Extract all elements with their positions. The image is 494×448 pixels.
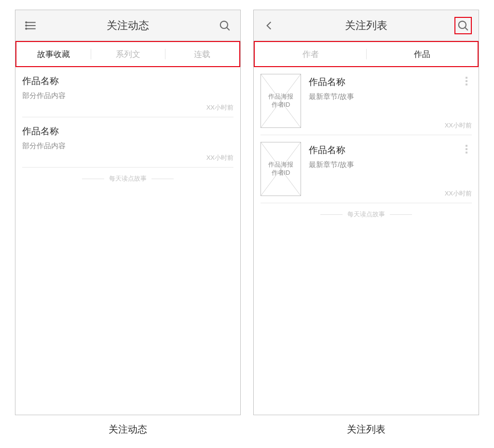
end-tagline: 每天读点故事 xyxy=(261,203,472,225)
list-item[interactable]: 作品名称 部分作品内容 XX小时前 xyxy=(22,67,233,117)
svg-point-8 xyxy=(459,21,466,28)
back-icon[interactable] xyxy=(261,17,278,34)
page-title: 关注动态 xyxy=(15,18,240,33)
svg-point-3 xyxy=(26,22,27,23)
svg-line-7 xyxy=(227,27,230,30)
tab-works[interactable]: 作品 xyxy=(366,42,478,66)
end-tagline: 每天读点故事 xyxy=(22,168,233,190)
more-icon[interactable] xyxy=(462,74,471,88)
item-title: 作品名称 xyxy=(309,144,467,156)
svg-point-6 xyxy=(220,21,228,28)
svg-point-5 xyxy=(26,28,27,29)
more-icon[interactable] xyxy=(462,142,471,156)
item-desc: 部分作品内容 xyxy=(22,141,233,151)
item-time: XX小时前 xyxy=(22,103,233,112)
works-list: 作品海报 作者ID 作品名称 最新章节/故事 XX小时前 作品海报 作者ID xyxy=(254,67,479,415)
tab-story-fav[interactable]: 故事收藏 xyxy=(16,42,91,66)
tab-series[interactable]: 系列文 xyxy=(91,42,165,66)
item-desc: 部分作品内容 xyxy=(22,91,233,100)
item-time: XX小时前 xyxy=(22,154,233,162)
svg-point-4 xyxy=(26,25,27,26)
header: 关注动态 xyxy=(15,10,240,41)
item-desc: 最新章节/故事 xyxy=(309,160,467,169)
tabs-bar: 故事收藏 系列文 连载 xyxy=(15,41,240,67)
poster-text: 作品海报 作者ID xyxy=(268,93,293,109)
item-title: 作品名称 xyxy=(309,76,467,88)
feed-list: 作品名称 部分作品内容 XX小时前 作品名称 部分作品内容 XX小时前 每天读点… xyxy=(15,67,240,415)
poster-placeholder: 作品海报 作者ID xyxy=(261,142,301,196)
tab-serial[interactable]: 连载 xyxy=(165,42,239,66)
header: 关注列表 xyxy=(254,10,479,41)
item-desc: 最新章节/故事 xyxy=(309,92,467,101)
tagline-text: 每天读点故事 xyxy=(347,210,385,219)
tab-author[interactable]: 作者 xyxy=(255,42,366,66)
svg-line-9 xyxy=(465,27,468,30)
phone-follow-feed: 关注动态 故事收藏 系列文 连载 作品名称 部分作品内容 XX小时前 作品名称 … xyxy=(15,10,241,415)
screen-caption: 关注动态 xyxy=(109,423,147,436)
item-title: 作品名称 xyxy=(22,125,233,138)
list-item[interactable]: 作品海报 作者ID 作品名称 最新章节/故事 XX小时前 xyxy=(261,67,472,135)
list-item[interactable]: 作品海报 作者ID 作品名称 最新章节/故事 XX小时前 xyxy=(261,135,472,203)
page-title: 关注列表 xyxy=(254,18,479,33)
list-item[interactable]: 作品名称 部分作品内容 XX小时前 xyxy=(22,117,233,168)
search-icon[interactable] xyxy=(454,17,472,34)
tabs-bar: 作者 作品 xyxy=(254,41,479,67)
item-time: XX小时前 xyxy=(445,121,472,130)
poster-placeholder: 作品海报 作者ID xyxy=(261,74,301,128)
tagline-text: 每天读点故事 xyxy=(109,174,147,183)
item-title: 作品名称 xyxy=(22,75,233,87)
search-icon[interactable] xyxy=(216,17,233,34)
phone-follow-list: 关注列表 作者 作品 作品海报 作者ID xyxy=(253,10,479,415)
menu-icon[interactable] xyxy=(22,17,40,34)
item-time: XX小时前 xyxy=(445,189,472,198)
screen-caption: 关注列表 xyxy=(347,423,385,436)
poster-text: 作品海报 作者ID xyxy=(268,161,293,177)
